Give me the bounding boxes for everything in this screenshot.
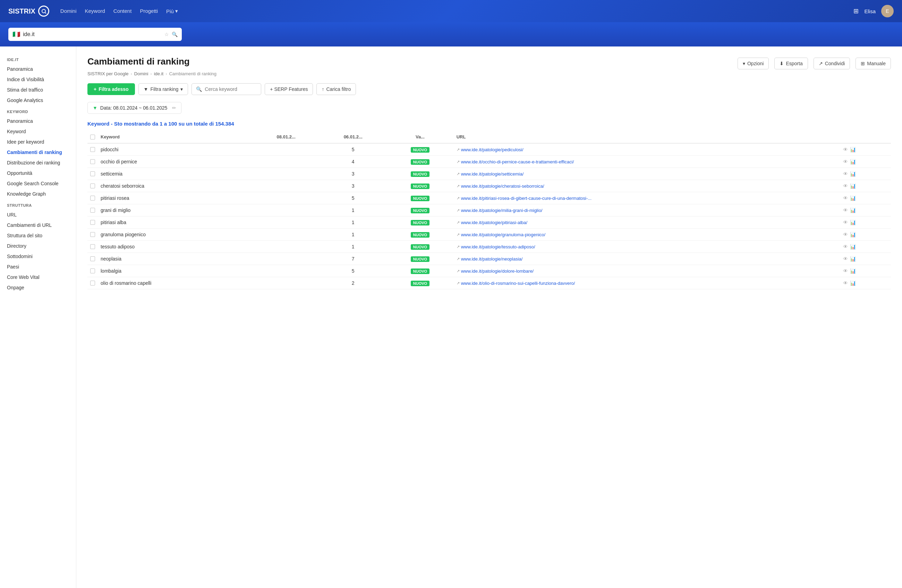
eye-icon[interactable]: 👁: [843, 208, 848, 213]
chart-icon[interactable]: 📊: [850, 256, 856, 261]
row-checkbox[interactable]: [90, 232, 95, 237]
keyword-search-input[interactable]: [205, 86, 257, 92]
search-icon[interactable]: 🔍: [172, 31, 178, 37]
sidebar-item-url[interactable]: URL: [0, 210, 76, 220]
row-checkbox[interactable]: [90, 244, 95, 249]
breadcrumb-sistrix[interactable]: SISTRIX per Google: [88, 71, 129, 76]
sidebar-item-google-search-console[interactable]: Google Search Console: [0, 178, 76, 189]
eye-icon[interactable]: 👁: [843, 195, 848, 201]
row-checkbox[interactable]: [90, 256, 95, 261]
url-text[interactable]: www.ide.it/patologie/milia-grani-di-migl…: [461, 208, 543, 213]
esporta-button[interactable]: ⬇ Esporta: [774, 58, 808, 69]
chart-icon[interactable]: 📊: [850, 244, 856, 249]
filtra-ranking-button[interactable]: ▼ Filtra ranking ▾: [138, 83, 188, 95]
sidebar-item-onpage[interactable]: Onpage: [0, 282, 76, 293]
url-text[interactable]: www.ide.it/patologie/cheratosi-seborroic…: [461, 183, 544, 189]
sidebar-item-directory[interactable]: Directory: [0, 241, 76, 251]
nav-domini[interactable]: Domini: [60, 8, 77, 14]
sidebar-item-google-analytics[interactable]: Google Analytics: [0, 95, 76, 105]
sidebar-item-keyword[interactable]: Keyword: [0, 126, 76, 137]
eye-icon[interactable]: 👁: [843, 232, 848, 237]
eye-icon[interactable]: 👁: [843, 159, 848, 164]
sidebar-item-core-web-vital[interactable]: Core Web Vital: [0, 272, 76, 282]
eye-icon[interactable]: 👁: [843, 147, 848, 152]
url-text[interactable]: www.ide.it/olio-di-rosmarino-sui-capelli…: [461, 281, 575, 286]
chart-icon[interactable]: 📊: [850, 220, 856, 225]
chevron-down-icon: ▾: [180, 86, 183, 92]
sidebar-item-cambiamenti-url[interactable]: Cambiamenti di URL: [0, 220, 76, 230]
sidebar-item-cambiamenti-ranking[interactable]: Cambiamenti di ranking: [0, 147, 76, 158]
row-date1: [252, 180, 319, 192]
filtra-adesso-button[interactable]: + Filtra adesso: [88, 83, 135, 95]
nav-piu[interactable]: Più ▾: [166, 8, 178, 14]
serp-features-button[interactable]: + SERP Features: [265, 83, 313, 95]
url-text[interactable]: www.ide.it/occhio-di-pernice-cause-e-tra…: [461, 159, 574, 164]
row-checkbox[interactable]: [90, 208, 95, 213]
sidebar-item-visibilita[interactable]: Indice di Visibilità: [0, 74, 76, 84]
eye-icon[interactable]: 👁: [843, 183, 848, 189]
eye-icon[interactable]: 👁: [843, 280, 848, 286]
eye-icon[interactable]: 👁: [843, 171, 848, 177]
sidebar-item-struttura-sito[interactable]: Struttura del sito: [0, 230, 76, 241]
row-checkbox[interactable]: [90, 195, 95, 200]
keyword-search-field[interactable]: 🔍: [191, 83, 261, 95]
select-all-checkbox[interactable]: [90, 134, 95, 139]
url-text[interactable]: www.ide.it/patologie/dolore-lombare/: [461, 269, 534, 274]
sidebar-item-opportunita[interactable]: Opportunità: [0, 168, 76, 178]
row-checkbox[interactable]: [90, 183, 95, 188]
manuale-button[interactable]: ⊞ Manuale: [855, 58, 891, 69]
chart-icon[interactable]: 📊: [850, 171, 856, 177]
sidebar-item-knowledge-graph[interactable]: Knowledge Graph: [0, 189, 76, 199]
chart-icon[interactable]: 📊: [850, 268, 856, 274]
chart-icon[interactable]: 📊: [850, 208, 856, 213]
sidebar-item-idee-keyword[interactable]: Idee per keyword: [0, 137, 76, 147]
nav-content[interactable]: Content: [113, 8, 132, 14]
bookmark-icon[interactable]: ☆: [164, 31, 169, 37]
chart-icon[interactable]: 📊: [850, 195, 856, 201]
chart-icon[interactable]: 📊: [850, 183, 856, 189]
carica-filtro-button[interactable]: ↑ Carica filtro: [316, 83, 356, 95]
sidebar-item-panoramica-kw[interactable]: Panoramica: [0, 116, 76, 126]
date-filter[interactable]: ▼ Data: 08.01.2024 ~ 06.01.2025 ✏: [88, 102, 182, 114]
opzioni-button[interactable]: ▾ Opzioni: [738, 58, 769, 69]
row-checkbox[interactable]: [90, 171, 95, 176]
url-text[interactable]: www.ide.it/patologie/pediculosi/: [461, 147, 523, 152]
nav-keyword[interactable]: Keyword: [85, 8, 105, 14]
url-text[interactable]: www.ide.it/patologie/granuloma-piogenico…: [461, 232, 546, 237]
chart-icon[interactable]: 📊: [850, 280, 856, 286]
row-checkbox[interactable]: [90, 159, 95, 164]
sidebar-item-distribuzione[interactable]: Distribuzione dei ranking: [0, 158, 76, 168]
breadcrumb-domini[interactable]: Domini: [134, 71, 148, 76]
url-text[interactable]: www.ide.it/patologie/setticemia/: [461, 171, 524, 177]
row-checkbox[interactable]: [90, 220, 95, 225]
search-icon: 🔍: [196, 86, 202, 92]
url-text[interactable]: www.ide.it/patologie/tessuto-adiposo/: [461, 244, 535, 249]
chart-icon[interactable]: 📊: [850, 147, 856, 152]
url-text[interactable]: www.ide.it/pitiriasi-rosea-di-gibert-cau…: [461, 195, 592, 201]
eye-icon[interactable]: 👁: [843, 256, 848, 261]
condividi-button[interactable]: ↗ Condividi: [814, 58, 850, 69]
eye-icon[interactable]: 👁: [843, 220, 848, 225]
sidebar-item-sottodomini[interactable]: Sottodomini: [0, 251, 76, 261]
grid-icon[interactable]: ⊞: [853, 7, 859, 15]
row-checkbox[interactable]: [90, 147, 95, 152]
chart-icon[interactable]: 📊: [850, 159, 856, 164]
eye-icon[interactable]: 👁: [843, 268, 848, 274]
logo[interactable]: SISTRIX: [8, 6, 49, 17]
nav-progetti[interactable]: Progetti: [140, 8, 158, 14]
row-checkbox[interactable]: [90, 281, 95, 286]
eye-icon[interactable]: 👁: [843, 244, 848, 249]
sidebar-item-paesi[interactable]: Paesi: [0, 261, 76, 272]
nuovo-badge: NUOVO: [411, 256, 429, 262]
search-input[interactable]: [23, 31, 162, 38]
url-text[interactable]: www.ide.it/patologie/neoplasia/: [461, 256, 523, 261]
sidebar-item-panoramica-domain[interactable]: Panoramica: [0, 64, 76, 74]
row-keyword: pitiriasi rosea: [98, 192, 252, 204]
url-text[interactable]: www.ide.it/patologie/pitiriasi-alba/: [461, 220, 527, 225]
chart-icon[interactable]: 📊: [850, 232, 856, 237]
sidebar-item-traffico[interactable]: Stima del traffico: [0, 84, 76, 95]
edit-icon[interactable]: ✏: [172, 105, 176, 111]
row-checkbox[interactable]: [90, 269, 95, 274]
avatar[interactable]: E: [881, 5, 894, 17]
breadcrumb-ideit[interactable]: ide.it: [154, 71, 163, 76]
